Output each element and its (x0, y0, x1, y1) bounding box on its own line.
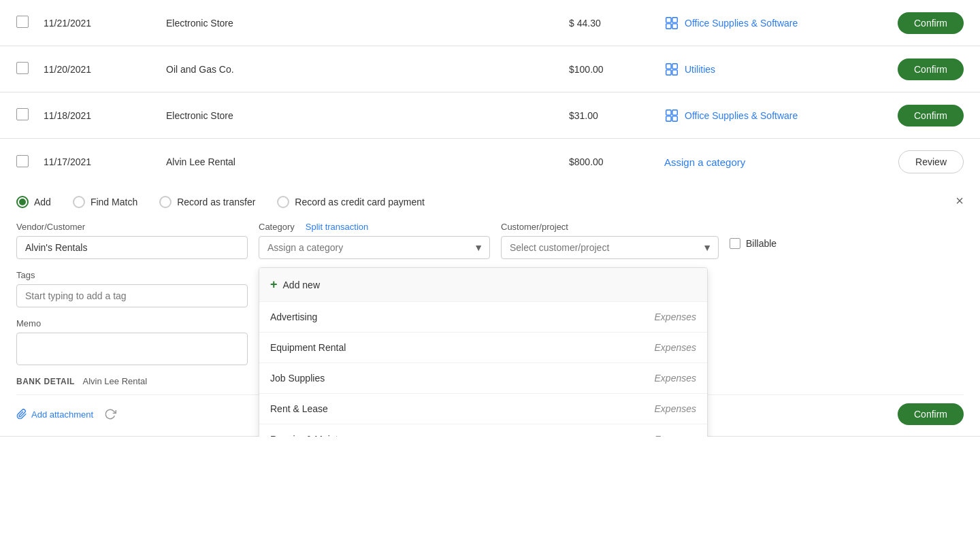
radio-credit-card-circle (277, 196, 289, 208)
category-label: Category (259, 222, 295, 232)
customer-label: Customer/project (501, 222, 719, 232)
assign-category-link[interactable]: Assign a category (664, 156, 745, 168)
dropdown-category-type: Expenses (655, 434, 696, 437)
radio-add[interactable]: Add (16, 196, 51, 208)
row-checkbox[interactable] (16, 16, 29, 28)
plus-icon: + (270, 277, 278, 292)
category-link[interactable]: Office Supplies & Software (685, 110, 798, 121)
radio-find-match-label: Find Match (91, 197, 137, 207)
transaction-amount: $100.00 (569, 64, 664, 75)
svg-rect-6 (666, 69, 671, 74)
dropdown-item-repairs[interactable]: Repairs & Maintenance Expenses (259, 424, 707, 437)
bank-detail-label: BANK DETAIL (16, 377, 75, 386)
add-attachment-label: Add attachment (31, 409, 93, 420)
svg-rect-8 (666, 109, 671, 114)
transaction-date: 11/20/2021 (44, 64, 166, 75)
dropdown-category-name: Rent & Lease (270, 403, 328, 414)
tags-input[interactable] (16, 284, 248, 307)
row-checkbox[interactable] (16, 155, 29, 167)
dropdown-category-name: Job Supplies (270, 373, 325, 384)
customer-input-wrapper: ▼ (501, 236, 719, 259)
dropdown-add-new[interactable]: + Add new ▶ (259, 268, 707, 302)
category-link[interactable]: Utilities (685, 64, 715, 75)
radio-add-label: Add (34, 197, 51, 207)
confirm-bottom-button[interactable]: Confirm (898, 403, 964, 425)
transaction-date: 11/18/2021 (44, 110, 166, 121)
sync-icon-group (104, 408, 116, 420)
radio-record-transfer[interactable]: Record as transfer (159, 196, 255, 208)
transaction-vendor: Oil and Gas Co. (166, 64, 569, 75)
dropdown-category-name: Equipment Rental (270, 342, 346, 353)
radio-add-circle (16, 196, 29, 208)
row-checkbox[interactable] (16, 108, 29, 120)
form-row-1: Vendor/Customer Category Split transacti… (16, 222, 964, 259)
category-link[interactable]: Office Supplies & Software (685, 18, 798, 29)
radio-find-match-circle (73, 196, 85, 208)
vendor-group: Vendor/Customer (16, 222, 248, 259)
transaction-vendor: Electronic Store (166, 110, 569, 121)
billable-checkbox[interactable] (730, 238, 740, 249)
transaction-row: 11/21/2021 Electronic Store $ 44.30 Offi… (0, 0, 980, 46)
action-col: Confirm (855, 105, 964, 126)
category-icon (664, 108, 679, 123)
close-button[interactable]: × (956, 193, 964, 209)
category-dropdown: + Add new ▶ Advertising Expenses Equipme… (259, 267, 708, 437)
svg-rect-7 (672, 69, 677, 74)
dropdown-category-name: Advertising (270, 311, 317, 322)
split-transaction-link[interactable]: Split transaction (306, 222, 369, 232)
transaction-table: 11/21/2021 Electronic Store $ 44.30 Offi… (0, 0, 980, 437)
category-icon (664, 16, 679, 31)
dropdown-category-type: Expenses (655, 373, 696, 384)
radio-credit-card-label: Record as credit card payment (295, 197, 425, 207)
transaction-row: 11/18/2021 Electronic Store $31.00 Offic… (0, 92, 980, 139)
svg-rect-4 (666, 63, 671, 68)
dropdown-item-rent-lease[interactable]: Rent & Lease Expenses (259, 394, 707, 424)
dropdown-item-advertising[interactable]: Advertising Expenses (259, 302, 707, 333)
row-checkbox-col (16, 16, 44, 30)
svg-rect-3 (672, 23, 677, 28)
vendor-input[interactable] (16, 236, 248, 259)
confirm-button[interactable]: Confirm (898, 12, 964, 34)
dropdown-item-job-supplies[interactable]: Job Supplies Expenses (259, 363, 707, 394)
sync-icon (104, 408, 116, 420)
transaction-category-col: Office Supplies & Software (664, 108, 855, 123)
memo-input[interactable] (16, 333, 248, 365)
bank-detail-value: Alvin Lee Rental (83, 376, 148, 386)
review-button[interactable]: Review (898, 150, 964, 173)
svg-rect-9 (672, 109, 677, 114)
vendor-label: Vendor/Customer (16, 222, 248, 232)
row-checkbox-col (16, 62, 44, 76)
transaction-amount: $800.00 (569, 156, 664, 167)
transaction-amount: $31.00 (569, 110, 664, 121)
action-col: Confirm (855, 58, 964, 80)
svg-rect-11 (672, 116, 677, 120)
transaction-amount: $ 44.30 (569, 18, 664, 29)
svg-rect-1 (672, 17, 677, 22)
transaction-row: 11/20/2021 Oil and Gas Co. $100.00 Utili… (0, 46, 980, 92)
transaction-vendor: Electronic Store (166, 18, 569, 29)
memo-group: Memo (16, 318, 248, 365)
add-attachment-link[interactable]: Add attachment (16, 409, 93, 420)
confirm-button[interactable]: Confirm (898, 58, 964, 80)
radio-find-match[interactable]: Find Match (73, 196, 137, 208)
dropdown-category-type: Expenses (655, 403, 696, 414)
dropdown-category-name: Repairs & Maintenance (270, 434, 370, 437)
add-new-label: + Add new (270, 277, 320, 292)
category-input[interactable] (259, 236, 490, 259)
tags-group: Tags (16, 270, 248, 307)
radio-credit-card[interactable]: Record as credit card payment (277, 196, 425, 208)
row-checkbox[interactable] (16, 62, 29, 74)
svg-rect-10 (666, 116, 671, 120)
billable-label: Billable (746, 238, 777, 249)
row-checkbox-col (16, 155, 44, 169)
dropdown-category-type: Expenses (655, 342, 696, 353)
confirm-button[interactable]: Confirm (898, 105, 964, 126)
customer-input[interactable] (501, 236, 719, 259)
transaction-category-col: Office Supplies & Software (664, 16, 855, 31)
radio-record-transfer-label: Record as transfer (177, 197, 255, 207)
svg-rect-5 (672, 63, 677, 68)
action-col: Review (855, 150, 964, 173)
radio-record-transfer-circle (159, 196, 172, 208)
row-checkbox-col (16, 108, 44, 122)
dropdown-item-equipment-rental[interactable]: Equipment Rental Expenses (259, 333, 707, 363)
